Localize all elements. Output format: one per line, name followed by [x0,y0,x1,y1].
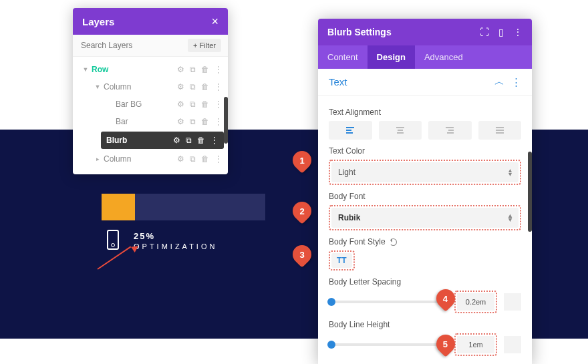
gear-icon[interactable]: ⚙ [177,65,184,74]
layer-column[interactable]: ▸ Column ⚙⧉🗑⋮ [73,150,228,168]
label-text-color: Text Color [329,146,521,156]
duplicate-icon[interactable]: ⧉ [186,136,192,145]
align-justify-button[interactable] [478,121,522,140]
gear-icon[interactable]: ⚙ [177,100,184,109]
search-input[interactable] [80,40,188,51]
tablet-icon[interactable]: ▯ [498,27,504,37]
label-letter-spacing: Body Letter Spacing [329,277,521,287]
label-text-alignment: Text Alignment [329,108,521,117]
preview-progress-bar [102,194,265,220]
text-color-value: Light [338,168,355,177]
gear-icon[interactable]: ⚙ [177,82,184,92]
tab-advanced[interactable]: Advanced [415,45,472,69]
layer-tools: ⚙ ⧉ 🗑 ⋮ [177,65,223,74]
preview-text: 25% OPTIMIZATION [134,231,217,250]
layer-label: Bar [114,117,177,126]
tab-design[interactable]: Design [368,45,415,69]
chevron-down-icon[interactable]: ▼ [93,83,102,90]
preview-percent: 25% [134,231,217,241]
layer-row[interactable]: ▼ Row ⚙ ⧉ 🗑 ⋮ [73,61,228,78]
unit-selector[interactable] [504,336,521,353]
line-height-slider[interactable] [329,343,448,346]
align-left-button[interactable] [329,121,372,140]
layers-title: Layers [82,16,114,27]
layers-tree: ▼ Row ⚙ ⧉ 🗑 ⋮ ▼ Column ⚙⧉🗑⋮ Bar BG ⚙⧉🗑⋮ … [73,57,228,174]
phone-icon [107,230,119,250]
trash-icon[interactable]: 🗑 [201,100,209,109]
tab-content[interactable]: Content [318,45,368,69]
layer-column[interactable]: ▼ Column ⚙⧉🗑⋮ [73,78,228,96]
duplicate-icon[interactable]: ⧉ [190,100,196,109]
layers-header: Layers × [73,8,228,35]
trash-icon[interactable]: 🗑 [197,136,205,145]
layers-panel: Layers × + Filter ▼ Row ⚙ ⧉ 🗑 ⋮ ▼ Column… [73,8,228,174]
layer-blurb-selected[interactable]: Blurb ⚙⧉🗑⋮ [101,132,224,149]
close-icon[interactable]: × [211,15,218,27]
layer-label: Bar BG [114,100,177,109]
layer-label: Blurb [105,136,173,145]
label-body-font: Body Font [329,192,521,201]
gear-icon[interactable]: ⚙ [177,154,184,164]
letter-spacing-slider[interactable] [329,301,448,303]
scrollbar-thumb[interactable] [528,152,532,232]
callout-4: 4 [436,289,455,308]
callout-2: 2 [293,202,311,220]
label-body-font-style: Body Font Style [329,237,521,246]
callout-3: 3 [293,245,311,264]
font-style-uppercase-button[interactable]: TT [331,253,352,268]
unit-selector[interactable] [504,293,521,311]
label-line-height: Body Line Height [329,320,521,329]
section-text-header[interactable]: Text ︿⋮ [318,69,532,96]
layer-label: Column [102,154,177,164]
layer-label: Row [90,65,177,74]
more-icon[interactable]: ⋮ [214,82,223,92]
select-arrows-icon: ▴▾ [508,214,512,222]
section-title: Text [329,76,347,87]
slider-thumb[interactable] [327,341,335,349]
body-font-value: Rubik [338,213,360,222]
more-icon[interactable]: ⋮ [210,136,218,145]
align-center-button[interactable] [379,121,422,140]
trash-icon[interactable]: 🗑 [201,154,209,164]
reset-icon[interactable] [390,238,397,246]
scrollbar-thumb[interactable] [224,97,228,144]
more-icon[interactable]: ⋮ [214,100,223,109]
chevron-up-icon[interactable]: ︿ [494,75,504,88]
more-icon[interactable]: ⋮ [214,154,223,164]
settings-panel: Blurb Settings ⛶ ▯ ⋮ Content Design Adva… [318,19,532,364]
layers-toolbar: + Filter [73,35,228,57]
filter-button[interactable]: + Filter [188,39,221,52]
line-height-input[interactable]: 1em [457,336,494,353]
expand-icon[interactable]: ⛶ [480,27,489,37]
settings-title: Blurb Settings [327,27,392,37]
layer-bar[interactable]: Bar ⚙⧉🗑⋮ [73,113,228,130]
more-icon[interactable]: ⋮ [214,65,223,74]
preview-progress-fill [102,194,135,220]
duplicate-icon[interactable]: ⧉ [190,82,196,92]
preview-label: OPTIMIZATION [134,242,217,250]
settings-tabs: Content Design Advanced [318,45,532,69]
duplicate-icon[interactable]: ⧉ [190,65,196,74]
chevron-right-icon[interactable]: ▸ [93,156,102,162]
align-right-button[interactable] [428,121,472,140]
text-color-select[interactable]: Light ▴▾ [331,162,519,182]
trash-icon[interactable]: 🗑 [201,82,209,92]
slider-thumb[interactable] [327,298,335,306]
more-icon[interactable]: ⋮ [511,76,521,88]
gear-icon[interactable]: ⚙ [173,136,180,145]
trash-icon[interactable]: 🗑 [201,117,209,126]
text-alignment-group [329,121,521,140]
letter-spacing-input[interactable]: 0.2em [457,293,494,311]
trash-icon[interactable]: 🗑 [201,65,209,74]
more-icon[interactable]: ⋮ [513,27,523,37]
layer-label: Column [102,82,177,92]
callout-5: 5 [436,335,455,353]
duplicate-icon[interactable]: ⧉ [190,117,196,126]
duplicate-icon[interactable]: ⧉ [190,154,196,164]
select-arrows-icon: ▴▾ [508,168,512,176]
more-icon[interactable]: ⋮ [214,117,223,126]
chevron-down-icon[interactable]: ▼ [81,66,90,73]
body-font-select[interactable]: Rubik ▴▾ [331,208,519,228]
gear-icon[interactable]: ⚙ [177,117,184,126]
layer-barbg[interactable]: Bar BG ⚙⧉🗑⋮ [73,96,228,113]
